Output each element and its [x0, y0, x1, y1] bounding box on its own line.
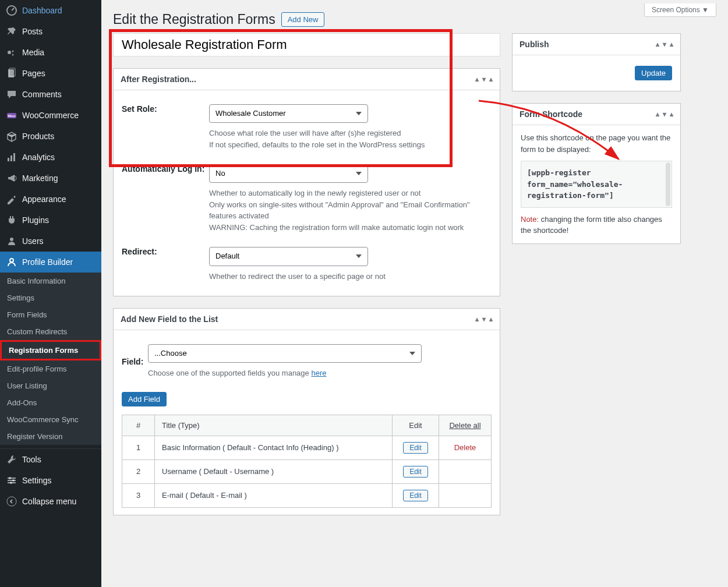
chevron-down-icon[interactable]: ▾ [663, 40, 666, 48]
submenu-item-custom-redirects[interactable]: Custom Redirects [0, 323, 101, 340]
svg-point-17 [7, 497, 16, 506]
profile-icon [6, 256, 17, 268]
delete-all-link[interactable]: Delete all [439, 415, 492, 436]
edit-button[interactable]: Edit [403, 466, 428, 478]
sidebar-item-label: Plugins [22, 215, 49, 225]
sidebar-item-dashboard[interactable]: Dashboard [0, 0, 101, 21]
sidebar-item-analytics[interactable]: Analytics [0, 147, 101, 168]
submenu-item-woocommerce-sync[interactable]: WooCommerce Sync [0, 411, 101, 428]
sidebar-item-products[interactable]: Products [0, 126, 101, 147]
comment-icon [6, 89, 17, 100]
submenu-item-form-fields[interactable]: Form Fields [0, 306, 101, 323]
sidebar-item-label: Analytics [22, 153, 55, 162]
caret-up-icon[interactable]: ▴ [489, 315, 493, 323]
form-title-input[interactable] [113, 33, 500, 56]
metabox-controls: ▴ ▾ ▴ [475, 315, 493, 323]
row-number: 1 [122, 436, 155, 459]
page-title: Edit the Registration Forms [113, 12, 275, 27]
submenu-item-settings[interactable]: Settings [0, 289, 101, 306]
shortcode-code[interactable]: [wppb-register form_name="wholesale-regi… [521, 161, 672, 208]
manage-fields-link[interactable]: here [311, 369, 326, 377]
sidebar-item-label: Dashboard [22, 6, 62, 15]
edit-button[interactable]: Edit [403, 442, 428, 454]
shortcode-intro: Use this shortcode on the page you want … [521, 132, 672, 155]
sidebar-item-profile[interactable]: Profile Builder [0, 252, 101, 273]
add-field-metabox: Add New Field to the List ▴ ▾ ▴ Field: .… [113, 308, 500, 515]
sidebar-item-collapse[interactable]: Collapse menu [0, 491, 101, 512]
row-number: 2 [122, 459, 155, 483]
set-role-select[interactable]: Wholesale Customer [209, 104, 368, 123]
products-icon [6, 130, 17, 142]
svg-rect-8 [13, 153, 15, 161]
update-button[interactable]: Update [635, 66, 672, 80]
submenu-item-registration-forms[interactable]: Registration Forms [0, 340, 101, 360]
page-icon [6, 68, 17, 79]
submenu-item-register-version[interactable]: Register Version [0, 428, 101, 445]
set-role-desc: Choose what role the user will have afte… [209, 128, 492, 150]
sidebar-item-woo[interactable]: WooWooCommerce [0, 105, 101, 126]
marketing-icon [6, 172, 17, 184]
sidebar-item-settings[interactable]: Settings [0, 470, 101, 491]
sidebar-item-page[interactable]: Pages [0, 63, 101, 84]
auto-login-label: Automatically Log In: [122, 164, 209, 174]
chevron-up-icon[interactable]: ▴ [475, 75, 479, 83]
sidebar-item-label: WooCommerce [22, 111, 79, 120]
metabox-controls: ▴ ▾ ▴ [475, 75, 493, 83]
table-row: 3E-mail ( Default - E-mail )Edit [122, 483, 492, 507]
chevron-down-icon[interactable]: ▾ [663, 110, 666, 118]
col-number: # [122, 415, 155, 436]
sidebar-item-marketing[interactable]: Marketing [0, 168, 101, 189]
delete-link[interactable]: Delete [454, 443, 476, 452]
sidebar-item-pin[interactable]: Posts [0, 21, 101, 42]
add-field-button[interactable]: Add Field [122, 392, 167, 406]
metabox-title: Publish [520, 40, 549, 49]
submenu-item-basic-information[interactable]: Basic Information [0, 273, 101, 289]
submenu-item-add-ons[interactable]: Add-Ons [0, 394, 101, 411]
sidebar-item-comment[interactable]: Comments [0, 84, 101, 105]
submenu-item-user-listing[interactable]: User Listing [0, 377, 101, 394]
sidebar-item-label: Comments [22, 90, 62, 99]
sidebar-item-appearance[interactable]: Appearance [0, 189, 101, 210]
metabox-title: After Registration... [121, 75, 196, 84]
col-title: Title (Type) [155, 415, 393, 436]
admin-sidebar: DashboardPostsMediaPagesCommentsWooWooCo… [0, 0, 101, 587]
add-new-button[interactable]: Add New [281, 12, 325, 27]
collapse-icon [6, 496, 17, 507]
caret-up-icon[interactable]: ▴ [670, 40, 673, 48]
chevron-down-icon[interactable]: ▾ [482, 75, 486, 83]
svg-point-10 [10, 259, 13, 262]
row-title: Basic Information ( Default - Contact In… [155, 436, 393, 459]
chevron-up-icon[interactable]: ▴ [656, 110, 659, 118]
chevron-up-icon[interactable]: ▴ [656, 40, 659, 48]
row-title: E-mail ( Default - E-mail ) [155, 483, 393, 507]
svg-point-16 [10, 482, 12, 484]
media-icon [6, 47, 17, 58]
field-select[interactable]: ...Choose [148, 344, 422, 363]
settings-icon [6, 475, 17, 486]
sidebar-item-label: Users [22, 236, 44, 246]
sidebar-item-label: Settings [22, 476, 52, 485]
sidebar-item-media[interactable]: Media [0, 42, 101, 63]
sidebar-item-label: Appearance [22, 195, 66, 204]
edit-button[interactable]: Edit [403, 490, 428, 501]
caret-up-icon[interactable]: ▴ [489, 75, 493, 83]
sidebar-item-label: Profile Builder [22, 257, 73, 267]
submenu-item-edit-profile-forms[interactable]: Edit-profile Forms [0, 360, 101, 377]
shortcode-note: Note: changing the form title also chang… [521, 214, 672, 236]
chevron-up-icon[interactable]: ▴ [475, 315, 479, 323]
caret-up-icon[interactable]: ▴ [670, 110, 673, 118]
sidebar-item-label: Collapse menu [22, 497, 76, 506]
sidebar-item-plugins[interactable]: Plugins [0, 210, 101, 231]
svg-point-14 [9, 477, 11, 479]
chevron-down-icon[interactable]: ▾ [482, 315, 486, 323]
publish-metabox: Publish ▴▾▴ Update [512, 33, 681, 91]
sidebar-item-label: Marketing [22, 174, 58, 183]
redirect-select[interactable]: Default [209, 247, 368, 266]
sidebar-item-tools[interactable]: Tools [0, 449, 101, 470]
redirect-label: Redirect: [122, 247, 209, 256]
sidebar-item-label: Media [22, 48, 44, 57]
metabox-title: Form Shortcode [520, 109, 582, 119]
screen-options-toggle[interactable]: Screen Options ▼ [644, 3, 716, 17]
auto-login-select[interactable]: No [209, 164, 368, 183]
sidebar-item-users[interactable]: Users [0, 231, 101, 252]
